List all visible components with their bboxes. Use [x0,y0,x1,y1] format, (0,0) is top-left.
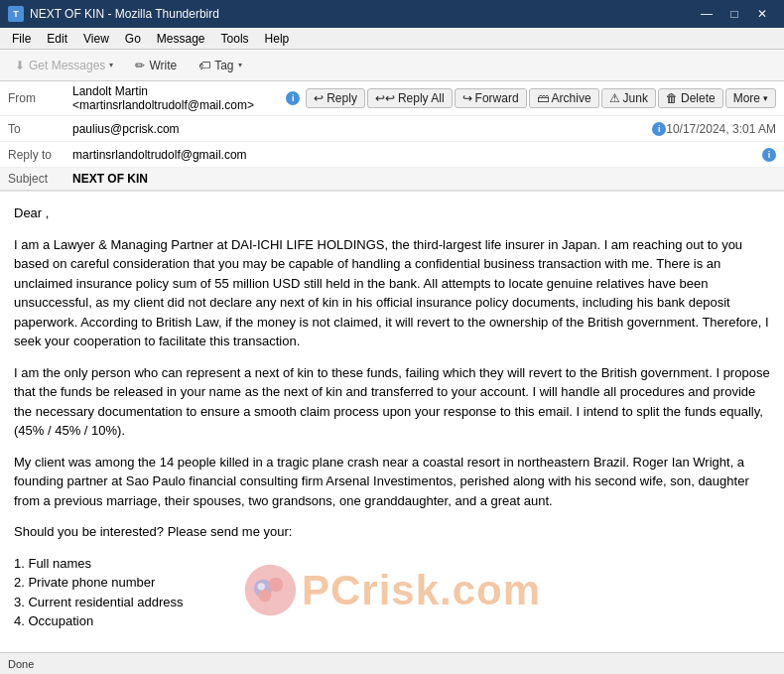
main-toolbar: ⬇ Get Messages ▾ ✏ Write 🏷 Tag ▾ [0,50,784,81]
body-list: 1. Full names 2. Private phone number 3.… [14,554,770,631]
menu-go[interactable]: Go [117,30,149,48]
reply-to-value: martinsrlandoltrudolf@gmail.com [72,148,758,162]
body-paragraph-1: I am a Lawyer & Managing Partner at DAI-… [14,235,770,351]
from-value: Landolt Martin <martinsrlandoltrudolf@ma… [72,84,282,112]
title-bar-left: T NEXT OF KIN - Mozilla Thunderbird [8,6,219,22]
get-messages-dropdown-icon: ▾ [109,61,113,69]
menu-file[interactable]: File [4,30,39,48]
body-greeting: Dear , [14,203,770,223]
menu-view[interactable]: View [75,30,117,48]
reply-icon: ↩ [314,91,324,105]
menu-bar: File Edit View Go Message Tools Help [0,28,784,50]
subject-row: Subject NEXT OF KIN [0,168,784,191]
menu-edit[interactable]: Edit [39,30,75,48]
tag-icon: 🏷 [198,59,210,72]
delete-button[interactable]: 🗑 Delete [658,88,723,108]
title-bar: T NEXT OF KIN - Mozilla Thunderbird — □ … [0,0,784,28]
status-bar: Done [0,652,784,674]
email-date: 10/17/2024, 3:01 AM [666,122,776,136]
app-icon: T [8,6,24,22]
more-button[interactable]: More ▾ [725,88,776,108]
junk-button[interactable]: ⚠ Junk [601,88,656,108]
email-header: From Landolt Martin <martinsrlandoltrudo… [0,81,784,192]
get-messages-button[interactable]: ⬇ Get Messages ▾ [6,55,122,76]
menu-help[interactable]: Help [257,30,298,48]
subject-value: NEXT OF KIN [72,172,776,186]
to-value: paulius@pcrisk.com [72,122,648,136]
maximize-button[interactable]: □ [720,3,748,25]
tag-label: Tag [214,59,233,72]
reply-all-icon: ↩↩ [375,91,395,105]
archive-label: Archive [552,91,591,105]
to-security-icon[interactable]: i [652,122,666,136]
get-messages-label: Get Messages [29,59,105,72]
reply-all-label: Reply All [398,91,445,105]
write-label: Write [149,59,177,72]
body-paragraph-3: My client was among the 14 people killed… [14,453,770,511]
window-controls: — □ ✕ [693,3,776,25]
reply-to-row: Reply to martinsrlandoltrudolf@gmail.com… [0,142,784,168]
security-icon[interactable]: i [286,91,300,105]
menu-tools[interactable]: Tools [213,30,257,48]
reply-to-security-icon[interactable]: i [762,148,776,162]
forward-label: Forward [475,91,519,105]
forward-button[interactable]: ↪ Forward [455,88,527,108]
app-window: T NEXT OF KIN - Mozilla Thunderbird — □ … [0,0,784,674]
more-dropdown-icon: ▾ [763,93,768,103]
forward-icon: ↪ [462,91,472,105]
body-paragraph-4: Should you be interested? Please send me… [14,522,770,542]
reply-label: Reply [327,91,357,105]
action-buttons: ↩ Reply ↩↩ Reply All ↪ Forward 🗃 Archive… [306,88,776,108]
tag-button[interactable]: 🏷 Tag ▾ [190,55,250,76]
email-body-container[interactable]: Dear , I am a Lawyer & Managing Partner … [0,192,784,657]
from-label: From [8,91,72,105]
write-icon: ✏ [135,59,145,72]
tag-dropdown-icon: ▾ [238,61,242,69]
write-button[interactable]: ✏ Write [126,55,186,76]
archive-icon: 🗃 [537,91,549,105]
window-title: NEXT OF KIN - Mozilla Thunderbird [30,7,219,21]
menu-message[interactable]: Message [149,30,213,48]
minimize-button[interactable]: — [693,3,720,25]
body-paragraph-2: I am the only person who can represent a… [14,363,770,441]
delete-label: Delete [681,91,716,105]
junk-label: Junk [623,91,648,105]
to-label: To [8,122,72,136]
reply-button[interactable]: ↩ Reply [306,88,365,108]
close-button[interactable]: ✕ [748,3,776,25]
to-row: To paulius@pcrisk.com i 10/17/2024, 3:01… [0,116,784,142]
reply-all-button[interactable]: ↩↩ Reply All [367,88,453,108]
junk-icon: ⚠ [609,91,620,105]
more-label: More [733,91,760,105]
delete-icon: 🗑 [666,91,678,105]
email-body: Dear , I am a Lawyer & Managing Partner … [0,192,784,655]
from-row: From Landolt Martin <martinsrlandoltrudo… [0,81,784,116]
status-text: Done [8,658,34,670]
subject-label: Subject [8,172,72,186]
archive-button[interactable]: 🗃 Archive [529,88,599,108]
get-messages-icon: ⬇ [15,59,25,72]
reply-to-label: Reply to [8,148,72,162]
